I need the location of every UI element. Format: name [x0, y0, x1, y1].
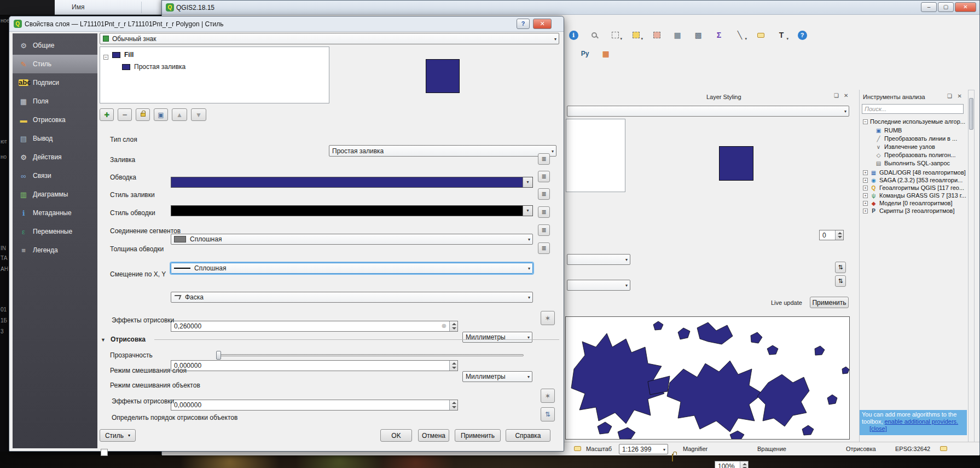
panel-close-icon[interactable]: ✕: [844, 93, 848, 99]
color-dropdown-icon[interactable]: ▾: [523, 177, 532, 187]
map-canvas[interactable]: [565, 316, 850, 440]
spin-buttons[interactable]: [835, 230, 843, 240]
offset-x-spinbox[interactable]: 0,000000: [171, 360, 458, 371]
minimize-button[interactable]: –: [921, 2, 937, 12]
symbol-type-combo[interactable]: Обычный знак ▾: [100, 33, 559, 44]
remove-symbol-layer-button[interactable]: ━: [118, 108, 132, 121]
stroke-width-units-combo[interactable]: Миллиметры ▾: [462, 332, 532, 343]
tree-item-lines[interactable]: ╱ Преобразовать линии в ...: [875, 135, 957, 142]
dialog-help-icon[interactable]: ?: [517, 19, 530, 29]
sort-button-2[interactable]: ⇅: [835, 275, 846, 287]
dialog-titlebar[interactable]: Q Свойства слоя — L711101Pnt_r_r L711101…: [9, 16, 564, 32]
styling-apply-button[interactable]: Применить: [810, 297, 849, 308]
draw-effects-checkbox[interactable]: [101, 449, 108, 456]
map-tips-icon[interactable]: [753, 28, 768, 42]
lock-symbol-button[interactable]: [136, 108, 150, 121]
toolbox-scrollbar[interactable]: [968, 90, 975, 443]
lock-scale-icon[interactable]: [672, 454, 673, 461]
fill-style-data-defined-button[interactable]: ≣: [538, 188, 550, 200]
help-button[interactable]: Справка: [506, 429, 550, 442]
measure-icon[interactable]: ╲▾: [733, 28, 747, 42]
zoom-icon[interactable]: [587, 28, 601, 42]
stroke-style-combo[interactable]: Сплошная ▾: [171, 263, 533, 274]
python-console-icon[interactable]: Py: [578, 47, 592, 61]
rendering-effects-options-button[interactable]: ✶: [541, 389, 555, 403]
sidebar-item-variables[interactable]: εПеременные: [13, 222, 97, 241]
georeferencer-grid-icon[interactable]: ▦: [599, 47, 613, 61]
scale-combobox[interactable]: 1:126 399 ▾: [619, 444, 668, 454]
tree-collapse-icon[interactable]: −: [103, 53, 108, 60]
select-rectangle-icon[interactable]: ▾: [608, 28, 622, 42]
expand-icon[interactable]: +: [863, 209, 868, 213]
tree-item-extract-nodes[interactable]: ∨ Извлечение узлов: [875, 143, 935, 150]
expand-icon[interactable]: +: [863, 186, 868, 190]
sidebar-item-style[interactable]: ✎Стиль: [13, 55, 97, 73]
tree-provider-saga[interactable]: + ◉ SAGA (2.3.2) [353 геоалгори...: [863, 177, 962, 183]
apply-button[interactable]: Применить: [455, 429, 501, 442]
sidebar-item-metadata[interactable]: ℹМетаданные: [13, 204, 97, 222]
styling-layer-combo[interactable]: ▾: [567, 106, 849, 117]
enable-providers-link[interactable]: enable additional providers.: [885, 418, 959, 425]
move-down-button[interactable]: ▼: [191, 108, 206, 121]
transparency-slider-handle[interactable]: [216, 351, 221, 360]
tree-provider-gdal[interactable]: + ▦ GDAL/OGR [48 геоалгоритмов]: [863, 169, 966, 176]
close-button[interactable]: ✕: [955, 2, 976, 12]
sort-button-1[interactable]: ⇅: [835, 262, 846, 273]
stroke-data-defined-button[interactable]: ≣: [538, 171, 550, 182]
spin-buttons[interactable]: [449, 321, 457, 331]
tree-item-polygonize[interactable]: ◇ Преобразовать полигон...: [875, 152, 956, 158]
style-menu-button[interactable]: Стиль ▾: [100, 429, 136, 442]
offset-units-combo[interactable]: Миллиметры ▾: [462, 371, 532, 382]
sidebar-item-actions[interactable]: ⚙Действия: [13, 148, 97, 166]
styling-list-box[interactable]: [566, 119, 625, 192]
collapse-icon[interactable]: −: [863, 119, 868, 124]
sidebar-item-legend[interactable]: ≡Легенда: [13, 241, 97, 259]
tree-item-rumb[interactable]: ▣ RUMB: [875, 127, 902, 134]
spin-buttons[interactable]: [449, 361, 457, 371]
move-up-button[interactable]: ▲: [172, 108, 187, 121]
expand-icon[interactable]: +: [863, 193, 868, 198]
expand-icon[interactable]: +: [863, 170, 868, 175]
fill-style-combo[interactable]: Сплошная ▾: [171, 234, 533, 245]
statistics-sigma-icon[interactable]: Σ: [712, 28, 726, 42]
duplicate-symbol-button[interactable]: ▣: [154, 108, 168, 121]
crs-status[interactable]: EPSG:32642: [895, 446, 930, 452]
attribute-table-icon[interactable]: ▦: [670, 28, 685, 42]
tree-provider-scripts[interactable]: + P Скрипты [3 геоалгоритмов]: [863, 207, 955, 214]
panel-close-icon[interactable]: ✕: [958, 93, 962, 99]
feature-order-options-button[interactable]: ⇅: [541, 407, 555, 421]
cancel-button[interactable]: Отмена: [418, 429, 449, 442]
select-features-icon[interactable]: ▾: [629, 28, 643, 42]
section-collapse-icon[interactable]: ▼: [101, 337, 106, 343]
symbol-tree[interactable]: − Fill Простая заливка: [100, 47, 329, 103]
panel-pin-icon[interactable]: ❏: [947, 93, 952, 99]
styling-zero-spinbox[interactable]: 0: [819, 230, 844, 240]
stroke-width-spinbox[interactable]: 0,260000 ⊗: [171, 321, 458, 332]
deselect-icon[interactable]: [650, 28, 664, 42]
join-style-combo[interactable]: Фаска ▾: [171, 292, 533, 303]
layer-type-combo[interactable]: Простая заливка ▾: [329, 145, 556, 157]
expand-icon[interactable]: +: [863, 201, 868, 206]
expand-icon[interactable]: +: [863, 178, 868, 183]
sidebar-item-display[interactable]: ▤Вывод: [13, 129, 97, 148]
add-symbol-layer-button[interactable]: ✚: [100, 108, 114, 121]
styling-combo-2[interactable]: ▾: [567, 280, 630, 291]
tree-node-simple-fill[interactable]: Простая заливка: [134, 63, 185, 71]
tree-provider-qgis[interactable]: + Q Геоалгоритмы QGIS [117 гео...: [863, 184, 964, 191]
tree-provider-models[interactable]: + ◆ Модели [0 геоалгоритмов]: [863, 200, 953, 206]
offset-y-spinbox[interactable]: 0,000000: [171, 400, 458, 411]
sidebar-item-general[interactable]: ⚙Общие: [13, 36, 97, 55]
toolbox-search-input[interactable]: [862, 104, 964, 114]
clear-icon[interactable]: ⊗: [442, 322, 446, 330]
join-data-defined-button[interactable]: ≣: [538, 224, 550, 236]
stroke-color-button[interactable]: ▾: [171, 205, 533, 216]
color-dropdown-icon[interactable]: ▾: [523, 206, 532, 216]
sidebar-item-diagrams[interactable]: ▥Диаграммы: [13, 185, 97, 204]
fill-color-button[interactable]: ▾: [171, 177, 533, 188]
sidebar-item-rendering[interactable]: ▬Отрисовка: [13, 111, 97, 129]
tree-item-sql[interactable]: ▤ Выполнить SQL-запрос: [875, 160, 950, 166]
effects-options-button[interactable]: ✶: [541, 311, 555, 325]
scrollbar-thumb[interactable]: [969, 98, 973, 130]
identify-icon[interactable]: ℹ: [566, 28, 581, 42]
help-icon[interactable]: ?: [795, 28, 809, 42]
